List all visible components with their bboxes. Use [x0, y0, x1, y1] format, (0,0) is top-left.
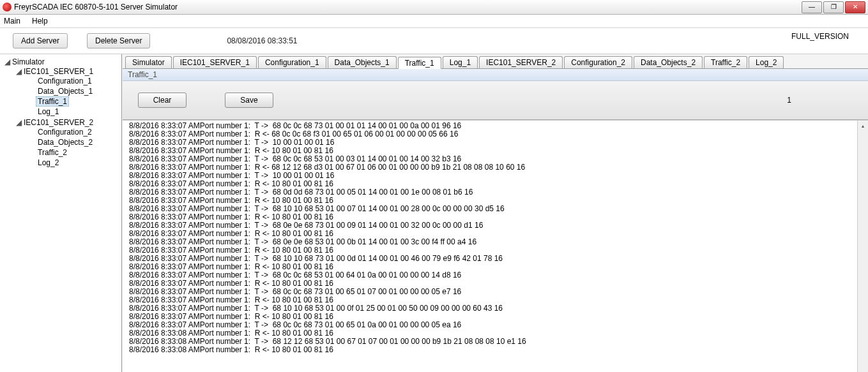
save-button[interactable]: Save	[225, 93, 273, 108]
tab-simulator[interactable]: Simulator	[125, 56, 172, 68]
tree-conf-2[interactable]: Configuration_2	[36, 127, 121, 137]
maximize-button[interactable]: ❐	[823, 1, 844, 13]
title-bar: FreyrSCADA IEC 60870-5-101 Server Simula…	[0, 0, 868, 15]
add-server-button[interactable]: Add Server	[13, 33, 68, 48]
panel-controls: Clear Save 1	[123, 81, 868, 120]
version-label: FULL_VERSION	[791, 32, 849, 41]
tree-data-1[interactable]: Data_Objects_1	[36, 86, 121, 96]
vertical-scrollbar[interactable]: ▴	[857, 121, 868, 372]
minimize-button[interactable]: —	[802, 1, 822, 13]
tree-root[interactable]: ◢Simulator ◢IEC101_SERVER_1 Configuratio…	[0, 57, 121, 169]
toolbar: Add Server Delete Server 08/08/2016 08:3…	[0, 28, 868, 54]
tab-server-1[interactable]: IEC101_SERVER_1	[173, 56, 257, 68]
tab-data-2[interactable]: Data_Objects_2	[634, 56, 703, 68]
menu-bar: Main Help	[0, 15, 868, 28]
menu-help[interactable]: Help	[32, 17, 48, 26]
tree-server-1[interactable]: ◢IEC101_SERVER_1 Configuration_1 Data_Ob…	[4, 66, 121, 117]
traffic-log: 8/8/2016 8:33:07 AMPort number 1: T -> 6…	[123, 121, 868, 355]
clear-button[interactable]: Clear	[138, 93, 187, 108]
tab-conf-1[interactable]: Configuration_1	[258, 56, 326, 68]
log-scroll-area[interactable]: 8/8/2016 8:33:07 AMPort number 1: T -> 6…	[123, 120, 868, 372]
tab-server-2[interactable]: IEC101_SERVER_2	[479, 56, 563, 68]
tab-strip: Simulator IEC101_SERVER_1 Configuration_…	[123, 54, 868, 69]
tab-traffic-2[interactable]: Traffic_2	[704, 56, 747, 68]
close-button[interactable]: ✕	[845, 1, 865, 13]
tree-data-2[interactable]: Data_Objects_2	[36, 137, 121, 147]
window-title: FreyrSCADA IEC 60870-5-101 Server Simula…	[14, 3, 802, 11]
tab-data-1[interactable]: Data_Objects_1	[328, 56, 397, 68]
panel-header: Traffic_1	[123, 69, 868, 81]
tree-traffic-1[interactable]: Traffic_1	[36, 96, 121, 107]
scroll-up-icon[interactable]: ▴	[858, 121, 868, 131]
toolbar-timestamp: 08/08/2016 08:33:51	[227, 36, 297, 45]
tree-server-2[interactable]: ◢IEC101_SERVER_2 Configuration_2 Data_Ob…	[4, 117, 121, 168]
tree-conf-1[interactable]: Configuration_1	[36, 76, 121, 86]
menu-main[interactable]: Main	[4, 17, 20, 26]
tree-view[interactable]: ◢Simulator ◢IEC101_SERVER_1 Configuratio…	[0, 54, 122, 372]
tab-conf-2[interactable]: Configuration_2	[564, 56, 632, 68]
tree-traffic-2[interactable]: Traffic_2	[36, 147, 121, 158]
tab-traffic-1[interactable]: Traffic_1	[398, 57, 441, 69]
record-count: 1	[787, 96, 791, 105]
log-line: 8/8/2016 8:33:08 AMPort number 1: R <- 1…	[129, 346, 862, 354]
tree-log-2[interactable]: Log_2	[36, 158, 121, 168]
tree-log-1[interactable]: Log_1	[36, 107, 121, 117]
tab-log-1[interactable]: Log_1	[443, 56, 478, 68]
delete-server-button[interactable]: Delete Server	[87, 33, 150, 48]
app-icon	[3, 3, 11, 11]
tab-log-2[interactable]: Log_2	[749, 56, 784, 68]
